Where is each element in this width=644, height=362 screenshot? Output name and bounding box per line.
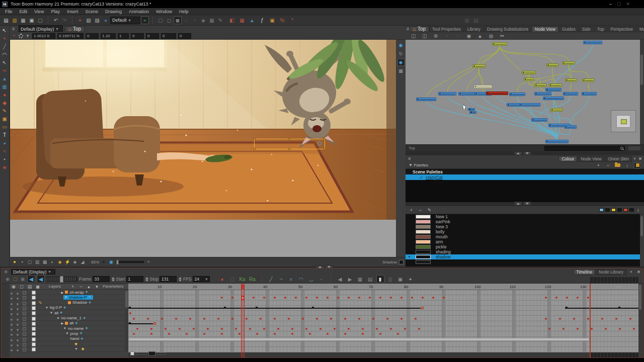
add-layer-button[interactable]: +	[70, 284, 75, 289]
layer-toggle[interactable]	[11, 347, 13, 352]
toolbar-icon[interactable]: ▢	[156, 16, 165, 24]
keyframe-dot[interactable]	[150, 333, 152, 335]
node-toolbar-icon[interactable]: ▫	[454, 32, 462, 40]
keyframe-dot[interactable]	[577, 328, 579, 330]
node[interactable]	[519, 103, 540, 107]
keyframe-dot[interactable]	[175, 318, 177, 320]
node-toolbar-icon[interactable]: ◫	[410, 32, 418, 40]
track-row[interactable]	[128, 316, 638, 321]
toolbar-icon[interactable]: ↷	[60, 16, 68, 24]
edit-colour-icon[interactable]: ✎	[427, 208, 432, 213]
swatch-scrollbar[interactable]	[640, 214, 644, 266]
keyframe-dot[interactable]	[193, 328, 195, 330]
keyframe-dot[interactable]	[207, 328, 209, 330]
panel-menu-icon[interactable]: ≡	[11, 26, 17, 32]
swatch-row[interactable]: arm	[406, 239, 640, 244]
keyframe-dot[interactable]	[555, 297, 557, 299]
transform-field[interactable]: 1.0012 E	[32, 33, 55, 39]
transform-selection-box[interactable]	[254, 139, 325, 149]
keyframe-dot[interactable]	[263, 297, 265, 299]
status-icon[interactable]: ▢	[27, 259, 33, 265]
frames-scrollbar[interactable]	[638, 284, 642, 357]
keyframe-dot[interactable]	[400, 318, 403, 320]
toolbar-icon[interactable]: ✎	[216, 16, 224, 24]
transform-field[interactable]: 0	[178, 33, 191, 39]
pencil-icon[interactable]: ✎	[39, 301, 42, 305]
folder-icon[interactable]	[615, 163, 620, 167]
keyframe-dot[interactable]	[559, 318, 561, 320]
layer-row[interactable]: hand+	[10, 336, 124, 341]
swatch-row[interactable]	[406, 259, 640, 264]
add-keyframe-icon[interactable]: +	[11, 33, 17, 39]
node-toolbar-icon[interactable]: ◫	[421, 32, 429, 40]
keyframe-dot[interactable]	[256, 333, 258, 335]
tool-icon[interactable]: ✎	[1, 107, 9, 115]
tab-node-view[interactable]: Node View	[578, 156, 604, 162]
keyframe-dot[interactable]	[587, 318, 589, 320]
keyframe-dot[interactable]	[327, 297, 329, 299]
layer-row[interactable]: ▶all+	[10, 321, 124, 326]
track-row[interactable]	[128, 306, 638, 311]
tool-icon[interactable]: ↖	[1, 27, 9, 34]
status-icon[interactable]: ◢	[79, 259, 86, 265]
keyframe-dot[interactable]	[295, 297, 297, 299]
layer-name[interactable]: ▼prop+	[66, 331, 83, 336]
keyframe-dot[interactable]	[277, 328, 279, 330]
frame-ruler[interactable]: 102030405060708090100110120130140	[128, 284, 638, 290]
toolbar-icon[interactable]: %	[278, 16, 286, 24]
toolbar-icon[interactable]: ◌	[182, 16, 190, 24]
transform-handle[interactable]	[254, 138, 256, 140]
tab-node-library[interactable]: Node Library	[596, 269, 626, 275]
opacity-slider[interactable]	[116, 261, 144, 263]
add-palette-button[interactable]: +	[596, 163, 601, 168]
light-table-icon[interactable]: ●	[12, 259, 18, 265]
camera-view-tab[interactable]: ⌂ Top	[65, 26, 85, 32]
keyframe-dot[interactable]	[605, 328, 607, 330]
tool-icon[interactable]: ●	[1, 91, 9, 99]
track-row[interactable]	[128, 301, 638, 306]
keyframe-dot[interactable]	[358, 297, 360, 299]
frame-spin-arrows[interactable]	[112, 277, 115, 282]
node[interactable]	[522, 71, 536, 74]
menu-animation[interactable]: Animation	[126, 9, 152, 15]
status-icon[interactable]: ◐	[49, 259, 55, 265]
transform-handle[interactable]	[254, 148, 256, 150]
sound-icon[interactable]: ◀	[27, 275, 35, 283]
keyframe-dot[interactable]	[545, 318, 547, 320]
track-row[interactable]	[128, 326, 638, 331]
status-icon[interactable]: ▥	[34, 259, 40, 265]
keyframe-square[interactable]	[256, 307, 258, 309]
toolbar-icon[interactable]: ▦	[208, 16, 216, 24]
tab-library[interactable]: Library	[464, 26, 484, 32]
toolbar-icon[interactable]: +	[76, 16, 84, 24]
keyframe-dot[interactable]	[238, 333, 240, 335]
node[interactable]	[534, 92, 551, 96]
toolbar-icon[interactable]: ➢	[141, 16, 149, 24]
timeline-zoom-slider[interactable]	[46, 277, 77, 282]
track-row[interactable]	[128, 331, 638, 336]
palette-item-crazycat[interactable]: ✓ crazyCat	[406, 174, 644, 180]
keyframe-dot[interactable]	[379, 333, 381, 335]
remove-layer-button[interactable]: −	[78, 284, 84, 289]
node[interactable]	[438, 92, 456, 96]
move-down-button[interactable]: ▾	[94, 284, 100, 289]
node[interactable]	[531, 118, 547, 122]
track-row[interactable]	[128, 347, 638, 352]
menu-window[interactable]: Window	[153, 9, 175, 15]
tool-icon[interactable]: ◠	[1, 51, 9, 58]
keyframe-dot[interactable]	[284, 297, 286, 299]
layer-name[interactable]: hand+	[70, 336, 84, 341]
keyframe-square[interactable]	[224, 307, 226, 309]
layer-name[interactable]: ▼★	[75, 347, 85, 351]
keyframe-square[interactable]	[566, 307, 568, 309]
keyframe-dot[interactable]	[390, 297, 392, 299]
keyframe-dot[interactable]	[186, 333, 188, 335]
transform-handle[interactable]	[288, 148, 290, 150]
toolbar-icon[interactable]: ▨	[93, 16, 101, 24]
layer-row[interactable]: ✎Shadow+	[10, 300, 124, 305]
playback-icon[interactable]: ◉	[5, 276, 11, 282]
keyframe-dot[interactable]	[133, 333, 135, 335]
swap-icon[interactable]: ↕	[635, 208, 641, 213]
toolbar-icon[interactable]: ▢	[36, 16, 44, 24]
keyframe-dot[interactable]	[372, 318, 374, 320]
